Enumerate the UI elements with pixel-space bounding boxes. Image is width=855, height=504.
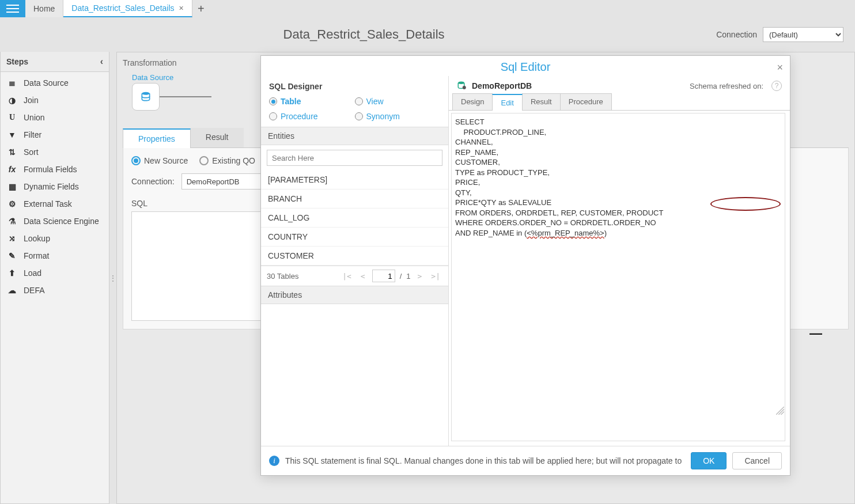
modal-title: Sql Editor	[261, 56, 790, 76]
defa-icon: ☁	[6, 286, 18, 295]
entity-pager: 30 Tables |< < / 1 > >|	[261, 266, 448, 286]
tab-editor-result[interactable]: Result	[522, 93, 561, 110]
designer-title: SQL Designer	[261, 76, 448, 94]
ok-button[interactable]: OK	[691, 452, 727, 469]
step-join[interactable]: ◑Join	[1, 92, 109, 109]
entity-item[interactable]: COUNTRY	[261, 228, 448, 247]
step-label: DEFA	[24, 286, 45, 295]
lookup-icon: ⤭	[6, 234, 18, 243]
svg-point-1	[458, 82, 464, 85]
resize-handle-icon[interactable]	[776, 407, 784, 415]
cancel-button[interactable]: Cancel	[732, 452, 782, 469]
radio-table[interactable]: Table	[269, 97, 355, 106]
modal-footer: i This SQL statement is final SQL. Manua…	[261, 446, 790, 475]
radio-on-icon	[269, 97, 277, 105]
radio-label: New Source	[144, 156, 188, 165]
sort-icon: ⇅	[6, 147, 18, 157]
close-icon[interactable]: ×	[179, 3, 184, 13]
sql-textarea[interactable]: SELECT PRODUCT.PROD_LINE, CHANNEL, REP_N…	[451, 113, 785, 441]
collapse-icon[interactable]: ‹	[100, 56, 103, 67]
step-label: Data Science Engine	[24, 217, 99, 226]
svg-point-2	[463, 86, 466, 89]
tab-design[interactable]: Design	[452, 93, 493, 110]
step-format[interactable]: ✎Format	[1, 247, 109, 264]
connection-field[interactable]	[181, 173, 268, 190]
splitter-handle[interactable]: ⋮	[109, 52, 116, 504]
entity-item[interactable]: CUSTOMER	[261, 247, 448, 266]
connection-select[interactable]: (Default)	[763, 27, 843, 42]
join-icon: ◑	[6, 96, 18, 105]
dynamic-icon: ▦	[6, 182, 18, 191]
filter-icon: ▼	[6, 130, 18, 139]
entity-search-input[interactable]	[267, 150, 442, 166]
pager-prev-button[interactable]: <	[358, 272, 368, 281]
radio-label: View	[366, 97, 384, 106]
pager-first-button[interactable]: |<	[340, 272, 354, 281]
step-data-source[interactable]: ≣Data Source	[1, 74, 109, 92]
tab-active[interactable]: Data_Restrict_Sales_Details ×	[63, 0, 192, 17]
step-lookup[interactable]: ⤭Lookup	[1, 230, 109, 247]
pager-count: 30 Tables	[267, 272, 298, 281]
radio-existing-qo[interactable]: Existing QO	[199, 156, 255, 165]
step-union[interactable]: UUnion	[1, 109, 109, 126]
hamburger-icon[interactable]	[0, 0, 25, 17]
pager-total: 1	[406, 272, 410, 281]
pager-page-input[interactable]	[372, 270, 395, 282]
step-sort[interactable]: ⇅Sort	[1, 143, 109, 161]
steps-title: Steps	[6, 57, 28, 66]
page-header: Data_Restrict_Sales_Details Connection (…	[0, 17, 855, 52]
step-dse[interactable]: ⚗Data Science Engine	[1, 213, 109, 230]
union-icon: U	[6, 113, 18, 122]
radio-off-icon	[199, 156, 209, 165]
pager-last-button[interactable]: >|	[429, 272, 442, 281]
step-label: Sort	[24, 147, 39, 157]
attributes-header: Attributes	[261, 286, 448, 304]
attributes-area	[261, 304, 448, 446]
svg-point-0	[142, 92, 149, 95]
radio-view[interactable]: View	[355, 97, 441, 106]
step-formula[interactable]: fxFormula Fields	[1, 161, 109, 178]
database-icon	[457, 81, 467, 91]
gear-icon: ⚙	[6, 199, 18, 209]
modal-close-button[interactable]: ×	[777, 62, 783, 74]
radio-label: Table	[281, 97, 301, 106]
step-defa[interactable]: ☁DEFA	[1, 282, 109, 299]
connection-field-label: Connection:	[131, 177, 175, 186]
footer-info-text: This SQL statement is final SQL. Manual …	[285, 456, 685, 465]
page-title: Data_Restrict_Sales_Details	[12, 27, 716, 42]
schema-refreshed-label: Schema refreshed on:	[690, 82, 763, 90]
radio-new-source[interactable]: New Source	[131, 156, 188, 165]
pager-next-button[interactable]: >	[415, 272, 425, 281]
step-load[interactable]: ⬆Load	[1, 264, 109, 282]
tab-edit[interactable]: Edit	[492, 94, 522, 111]
radio-label: Synonym	[366, 112, 400, 121]
sql-preview-box[interactable]	[131, 211, 264, 321]
entity-item[interactable]: CALL_LOG	[261, 209, 448, 228]
step-label: Join	[24, 96, 39, 105]
tab-home[interactable]: Home	[25, 0, 63, 17]
radio-procedure[interactable]: Procedure	[269, 112, 355, 121]
tab-properties[interactable]: Properties	[123, 128, 191, 148]
steps-list: ≣Data Source ◑Join UUnion ▼Filter ⇅Sort …	[1, 72, 109, 301]
step-filter[interactable]: ▼Filter	[1, 126, 109, 143]
load-icon: ⬆	[6, 268, 18, 278]
radio-off-icon	[355, 97, 363, 105]
tab-active-label: Data_Restrict_Sales_Details	[71, 3, 174, 13]
radio-label: Procedure	[281, 112, 318, 121]
radio-on-icon	[131, 156, 141, 165]
add-tab-button[interactable]: +	[192, 0, 210, 17]
entity-item[interactable]: [PARAMETERS]	[261, 170, 448, 190]
radio-synonym[interactable]: Synonym	[355, 112, 441, 121]
database-icon: ≣	[6, 78, 18, 88]
tab-editor-procedure[interactable]: Procedure	[560, 93, 612, 110]
info-icon: i	[269, 456, 279, 466]
step-dynamic[interactable]: ▦Dynamic Fields	[1, 178, 109, 195]
entities-header: Entities	[261, 127, 448, 145]
help-icon[interactable]: ?	[771, 81, 782, 91]
entity-item[interactable]: BRANCH	[261, 190, 448, 209]
step-external[interactable]: ⚙External Task	[1, 195, 109, 213]
step-label: Union	[24, 113, 45, 122]
tab-result[interactable]: Result	[191, 128, 244, 147]
radio-off-icon	[355, 112, 363, 120]
radio-label: Existing QO	[212, 156, 255, 165]
